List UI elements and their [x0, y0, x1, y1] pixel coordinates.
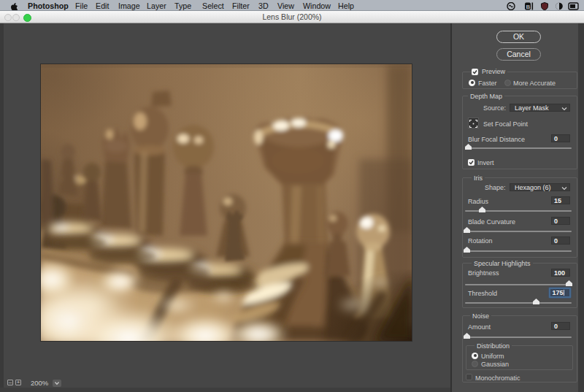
svg-text:B: B	[526, 3, 531, 9]
